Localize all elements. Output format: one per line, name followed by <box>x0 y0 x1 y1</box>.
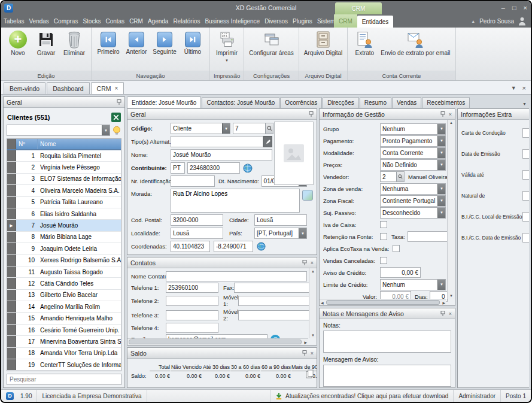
modalidade-dropdown[interactable]: Conta Corrente▼ <box>380 147 446 159</box>
table-row[interactable]: 18Amanda Vítor Terra Unip.Lda <box>7 348 121 359</box>
codigo-tipo-dropdown[interactable]: Cliente▼ <box>171 123 230 134</box>
tab-crm[interactable]: CRM× <box>91 82 124 94</box>
globe-icon[interactable] <box>257 242 266 251</box>
imprimir-button[interactable]: Imprimir ▼ <box>213 30 241 63</box>
vendas-canceladas-checkbox[interactable] <box>380 257 387 264</box>
suj-passivo-dropdown[interactable]: Desconhecido▼ <box>380 207 446 219</box>
tab-strip-close-icon[interactable]: × <box>522 84 526 92</box>
lightbulb-icon[interactable] <box>112 126 121 135</box>
close-icon[interactable]: × <box>311 260 314 266</box>
anterior-button[interactable]: Anterior <box>123 30 150 56</box>
zona-venda-dropdown[interactable]: Nenhuma▼ <box>380 183 446 195</box>
chevron-down-icon[interactable]: ▼ <box>437 148 445 158</box>
user-icon[interactable] <box>518 17 526 26</box>
pin-icon[interactable] <box>440 311 445 317</box>
menu-business-inteligence[interactable]: Business Inteligence <box>202 14 262 28</box>
table-row-selected[interactable]: ▶7Josué Mourão <box>7 220 121 231</box>
search-input[interactable] <box>7 374 121 385</box>
nr-identificacao-input[interactable] <box>171 175 215 187</box>
menu-plugins[interactable]: Plugins <box>290 14 315 28</box>
chevron-down-icon[interactable]: ▼ <box>102 125 110 135</box>
table-row[interactable]: 15Amandio Henriqueta Malho <box>7 313 121 324</box>
globe-icon[interactable] <box>243 163 253 173</box>
morada-textarea[interactable]: Rua Dr Alcino Lopes <box>171 189 300 213</box>
imprimir-dropdown-icon[interactable]: ▼ <box>225 59 229 63</box>
tab-vendas[interactable]: Vendas <box>392 97 421 108</box>
scroll-right-icon[interactable]: ▶ <box>303 340 308 344</box>
clients-table-header[interactable]: Nº Nome <box>7 139 121 150</box>
seguinte-button[interactable]: Seguinte <box>151 30 178 56</box>
close-icon[interactable]: × <box>449 311 452 317</box>
photo-placeholder[interactable] <box>274 122 314 185</box>
tab-contactos[interactable]: Contactos: Josué Mourão <box>202 97 279 108</box>
tipos-alternat-input[interactable] <box>171 136 263 147</box>
telefone1-input[interactable] <box>166 283 218 293</box>
vendedor-field[interactable]: 2 <box>380 171 405 182</box>
menu-diversos[interactable]: Diversos <box>262 14 290 28</box>
tab-entidade[interactable]: Entidade: Josué Mourão <box>127 96 201 108</box>
entity-tabs-overflow-icon[interactable]: ▼ <box>522 102 527 106</box>
table-row[interactable]: 4Oliveira Marcelo Madeira S.A. <box>7 185 121 196</box>
menu-agenda[interactable]: Agenda <box>145 14 171 28</box>
table-row[interactable]: 10Xerxes Rodrigo Balsemão S.A. <box>7 255 121 266</box>
pin-icon[interactable] <box>309 111 314 117</box>
telefone2-input[interactable] <box>166 296 218 306</box>
bicc-local-emissao-input[interactable] <box>522 212 529 222</box>
scroll-left-icon[interactable]: ◀ <box>320 301 325 305</box>
zona-fiscal-dropdown[interactable]: Continente Portugal▼ <box>380 195 446 207</box>
tab-dashboard[interactable]: Dashboard <box>47 82 89 94</box>
nome-input[interactable] <box>171 149 272 160</box>
movel2-input[interactable] <box>238 310 317 320</box>
grupo-dropdown[interactable]: Nenhum▼ <box>380 123 446 135</box>
table-row[interactable]: 9Joaquim Odete Leiria <box>7 243 121 254</box>
column-header-numero[interactable]: Nº <box>16 139 38 149</box>
gravar-button[interactable]: Gravar <box>32 30 60 57</box>
pais-dropdown[interactable]: [PT, Portugal]▼ <box>254 228 307 239</box>
user-name[interactable]: Pedro Sousa <box>479 18 514 25</box>
map-icon[interactable] <box>302 190 313 201</box>
close-icon[interactable]: × <box>449 111 452 117</box>
arquivo-digital-button[interactable]: Arquivo Digital <box>302 30 344 57</box>
notas-textarea[interactable] <box>323 331 451 353</box>
close-button[interactable]: × <box>524 4 527 11</box>
pin-icon[interactable] <box>440 111 445 117</box>
contribuinte-pais-input[interactable] <box>171 162 185 174</box>
pagamento-dropdown[interactable]: Pronto Pagamento▼ <box>380 135 446 147</box>
configurar-areas-button[interactable]: Configurar áreas <box>247 30 295 57</box>
menu-sistema[interactable]: Sistema <box>315 14 334 28</box>
retencao-fonte-checkbox[interactable] <box>380 233 387 240</box>
chevron-down-icon[interactable]: ▼ <box>437 184 445 194</box>
envio-extrato-email-button[interactable]: Envio de extrato por email <box>379 30 452 57</box>
scroll-right-icon[interactable]: ▶ <box>441 301 446 305</box>
movel1-input[interactable] <box>238 296 317 306</box>
iva-caixa-checkbox[interactable] <box>380 221 387 228</box>
gestao-vscrollbar[interactable]: ▲▼ <box>447 120 455 299</box>
gestao-hscrollbar[interactable]: ◀▶ <box>320 299 446 305</box>
tab-list-dropdown-icon[interactable]: ▼ <box>511 85 516 91</box>
chevron-down-icon[interactable]: ▼ <box>222 123 230 134</box>
table-row[interactable]: 14Angelino Marília Rolim <box>7 301 121 313</box>
ecotaxa-checkbox[interactable] <box>393 245 400 252</box>
menu-contas[interactable]: Contas <box>103 14 127 28</box>
table-row[interactable]: 16Cesário Tomé Guerreiro Unip. Lda <box>7 325 121 336</box>
pin-icon[interactable] <box>117 99 121 105</box>
contextual-menu-entidades[interactable]: Entidades <box>357 16 393 28</box>
bicc-data-emissao-input[interactable] <box>522 233 529 243</box>
export-excel-icon[interactable] <box>111 113 121 122</box>
localidade-input[interactable] <box>171 228 223 239</box>
novo-button[interactable]: + Novo <box>4 30 32 57</box>
minimize-button[interactable]: – <box>501 4 505 11</box>
chevron-down-icon[interactable]: ▼ <box>437 280 445 290</box>
client-filter-combo[interactable]: ▼ <box>7 125 110 136</box>
collapse-ribbon-icon[interactable]: ▲ <box>471 19 475 23</box>
table-row[interactable]: 3ELO7 Sistemas de Informação. Lda <box>7 174 121 185</box>
update-notification[interactable]: Atualizações encontradas! Clique aqui pa… <box>270 390 454 402</box>
eliminar-button[interactable]: Eliminar <box>60 30 88 57</box>
tab-recebimentos[interactable]: Recebimentos <box>422 97 470 108</box>
table-row[interactable]: 1Roquita Isilda Pimentel <box>7 150 121 162</box>
table-row[interactable]: 17Minervina Boaventura Sintra S.A. <box>7 336 121 347</box>
codigo-numero-field[interactable]: 7 <box>233 123 273 134</box>
data-emissao-input[interactable] <box>522 149 529 159</box>
tab-direccoes[interactable]: Direcções <box>323 97 358 108</box>
edit-pencil-icon[interactable] <box>263 136 272 147</box>
